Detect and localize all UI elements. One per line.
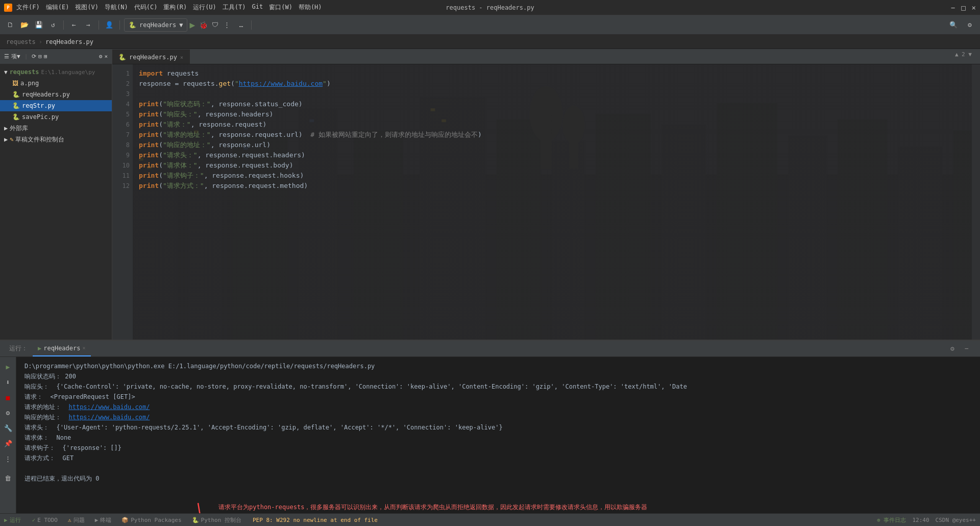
menu-view[interactable]: 视图(V) (75, 3, 99, 12)
minimize-panel-icon[interactable]: − (962, 344, 972, 354)
console-headers: 响应头： {'Cache-Control': 'private, no-cach… (24, 381, 972, 392)
run-config-label: reqHeaders (139, 21, 176, 29)
menu-edit[interactable]: 编辑(E) (46, 3, 69, 12)
menu-code[interactable]: 代码(C) (134, 3, 158, 12)
run-config-dropdown-icon[interactable]: ▼ (179, 21, 183, 29)
menu-help[interactable]: 帮助(H) (299, 3, 322, 12)
sidebar-collapse-button[interactable]: ⊟ (38, 53, 42, 60)
stop-button[interactable]: ■ (3, 392, 14, 403)
run-tab-close[interactable]: × (82, 345, 85, 351)
tree-file-label: reqStr.py (22, 102, 55, 109)
maximize-button[interactable]: □ (961, 4, 965, 12)
image-icon: 🖼 (12, 80, 18, 87)
sidebar-sync-button[interactable]: ⟳ (32, 53, 36, 60)
back-button[interactable]: ← (68, 19, 80, 31)
statusbar-tab-todo[interactable]: ✓ E TODO (27, 514, 63, 527)
more-options-button[interactable]: ⋮ (3, 453, 14, 464)
scroll-down-button[interactable]: ⬇ (3, 376, 14, 388)
minimize-button[interactable]: − (951, 4, 955, 12)
run-label: 运行： (4, 344, 33, 353)
console-status: 响应状态码： 200 (24, 371, 972, 381)
menu-run[interactable]: 运行(U) (193, 3, 216, 12)
more-button[interactable]: ⋮ (220, 19, 233, 31)
breadcrumb-root[interactable]: requests (6, 38, 36, 45)
undo-button[interactable]: ↺ (47, 19, 59, 31)
settings-button[interactable]: ⚙ (964, 19, 976, 31)
window-controls[interactable]: − □ × (951, 4, 976, 12)
code-editor[interactable]: 123456789101112 import requestsresponse … (112, 64, 980, 340)
settings-icon[interactable]: ⚙ (947, 344, 958, 354)
menu-navigate[interactable]: 导航(N) (105, 3, 128, 12)
sidebar-menu-icon[interactable]: ☰ (4, 53, 9, 60)
project-tree: ▼ requests E:\1.language\py 🖼 a.png 🐍 re… (0, 64, 112, 340)
sidebar-label: 项▼ (11, 53, 20, 60)
tree-folder-label2: 草稿文件和控制台 (15, 135, 64, 144)
tree-item-external-libs[interactable]: ▶ 外部库 (0, 123, 112, 134)
sidebar-toolbar: ☰ 项▼ | ⟳ ⊟ ⊞ ⚙ × (0, 49, 112, 64)
check-icon: ✓ (32, 517, 36, 523)
wrench-button[interactable]: 🔧 (3, 422, 14, 434)
console-resp-url-link[interactable]: https://www.baidu.com/ (68, 414, 150, 421)
open-button[interactable]: 📂 (18, 19, 31, 31)
menu-refactor[interactable]: 重构(R) (163, 3, 187, 12)
pep-warning: PEP 8: W292 no newline at end of file (253, 517, 378, 523)
console-req-url-link[interactable]: https://www.baidu.com/ (68, 403, 150, 411)
tab-reqheaders[interactable]: 🐍 reqHeaders.py × (112, 50, 190, 64)
menu-window[interactable]: 窗口(W) (269, 3, 292, 12)
tree-item-reqheaders[interactable]: 🐍 reqHeaders.py (0, 89, 112, 100)
breadcrumb: requests › reqHeaders.py (0, 35, 980, 49)
run-again-button[interactable]: ▶ (3, 361, 14, 372)
close-button[interactable]: × (972, 4, 976, 12)
forward-button[interactable]: → (82, 19, 94, 31)
new-file-button[interactable]: 🗋 (4, 19, 16, 31)
run-tab-reqheaders[interactable]: ▶ reqHeaders × (33, 341, 91, 356)
python-console-label: Python 控制台 (201, 516, 241, 524)
console-resp-url: 响应的地址： https://www.baidu.com/ (24, 412, 972, 422)
bottom-right-buttons: ⚙ − (947, 344, 976, 354)
tab-close-button[interactable]: × (180, 55, 183, 60)
tree-root[interactable]: ▼ requests E:\1.language\py (0, 66, 112, 78)
search-button[interactable]: 🔍 (947, 19, 960, 31)
menu-git[interactable]: Git (252, 3, 263, 12)
statusbar-tab-python-console[interactable]: 🐍 Python 控制台 (187, 514, 247, 527)
project-path: E:\1.language\py (41, 69, 95, 76)
url-link[interactable]: https://www.baidu.com (239, 80, 323, 87)
tab-label: reqHeaders.py (129, 54, 177, 61)
run-button[interactable]: ▶ (189, 19, 195, 30)
sidebar-expand-button[interactable]: ⊞ (44, 53, 47, 60)
console-req-headers: 请求头： {'User-Agent': 'python-requests/2.2… (24, 422, 972, 433)
console-exec-line: D:\programmer\python\python\python.exe E… (24, 361, 972, 371)
statusbar-run-btn[interactable]: ▶ 运行 (4, 516, 21, 524)
event-log[interactable]: ⊕ 事件日志 (877, 516, 906, 524)
sidebar-close-button[interactable]: × (104, 53, 108, 60)
trash-button[interactable]: 🗑 (3, 472, 14, 484)
breadcrumb-current[interactable]: reqHeaders.py (45, 38, 93, 45)
code-content[interactable]: import requestsresponse = requests.get("… (133, 64, 972, 340)
statusbar-tab-python-packages[interactable]: 📦 Python Packages (116, 514, 186, 527)
pin-button[interactable]: 📌 (3, 438, 14, 449)
sidebar-settings-button[interactable]: ⚙ (99, 53, 103, 60)
run-config-selector[interactable]: 🐍 reqHeaders ▼ (124, 18, 187, 32)
tree-item-savepic[interactable]: 🐍 savePic.py (0, 111, 112, 123)
save-button[interactable]: 💾 (33, 19, 45, 31)
nav-button[interactable]: 👤 (103, 19, 115, 31)
menu-tools[interactable]: 工具(T) (223, 3, 246, 12)
tree-item-apng[interactable]: 🖼 a.png (0, 78, 112, 89)
console-process-end: 进程已结束，退出代码为 0 (24, 473, 972, 484)
menu-bar[interactable]: 文件(F) 编辑(E) 视图(V) 导航(N) 代码(C) 重构(R) 运行(U… (16, 3, 322, 12)
tree-item-scratches[interactable]: ▶ ✎ 草稿文件和控制台 (0, 134, 112, 145)
console-note-container: 请求平台为python-requests，很多服务器可以识别出来，从而判断该请求… (24, 494, 972, 513)
python-icon3: 🐍 (12, 113, 20, 121)
settings2-button[interactable]: ⚙ (3, 407, 14, 418)
profile-button[interactable]: … (235, 19, 247, 31)
terminal-icon: ▶ (95, 517, 99, 523)
statusbar: ▶ 运行 ✓ E TODO ⚠ 问题 ▶ 终端 📦 Python Package… (0, 513, 980, 526)
statusbar-tab-terminal[interactable]: ▶ 终端 (90, 514, 117, 527)
statusbar-tab-problem[interactable]: ⚠ 问题 (63, 514, 90, 527)
debug-button[interactable]: 🐞 (199, 21, 208, 29)
coverage-button[interactable]: 🛡 (212, 21, 218, 29)
toolbar-separator4 (251, 20, 252, 30)
terminal-label: 终端 (100, 516, 111, 524)
tree-item-reqstr[interactable]: 🐍 reqStr.py (0, 100, 112, 111)
menu-file[interactable]: 文件(F) (16, 3, 40, 12)
